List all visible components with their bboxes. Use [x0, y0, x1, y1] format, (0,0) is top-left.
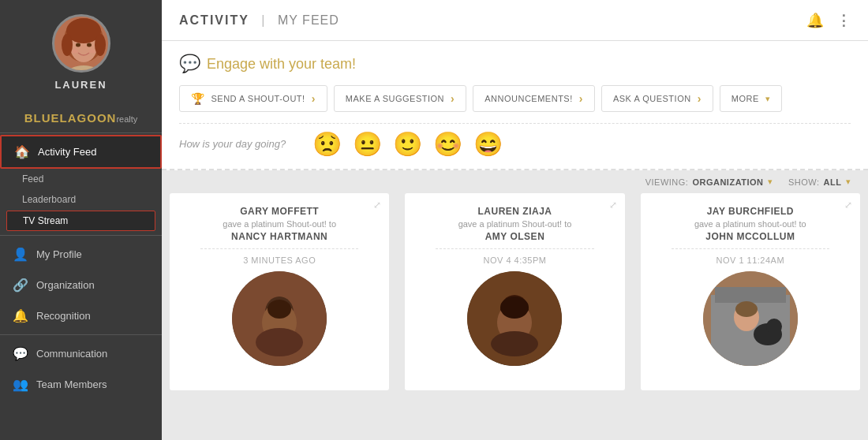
- svg-point-3: [62, 34, 73, 56]
- sidebar-item-organization[interactable]: 🔗 Organization: [0, 270, 162, 300]
- mood-row: How is your day going? 😟 😐 🙂 😊 😄: [179, 123, 851, 161]
- chevron-icon-suggestion: ›: [451, 92, 455, 105]
- topbar-title: ACTIVITY | MY FEED: [179, 13, 339, 28]
- svg-point-26: [766, 319, 782, 334]
- dropdown-icon: ▾: [765, 94, 771, 104]
- card-photo-gary: [232, 271, 327, 366]
- mood-okay[interactable]: 🙂: [393, 130, 422, 158]
- more-options-icon[interactable]: ⋮: [836, 12, 851, 29]
- notification-bell-icon[interactable]: 🔔: [806, 12, 824, 29]
- show-value: ALL: [824, 177, 842, 187]
- viewing-control[interactable]: VIEWING: ORGANIZATION ▾: [645, 177, 773, 187]
- title-activity: ACTIVITY: [179, 13, 249, 27]
- svg-point-6: [87, 43, 92, 47]
- logo-section: BLUE LAGOON realty: [0, 108, 162, 133]
- sidebar-item-activity-feed[interactable]: 🏠 Activity Feed: [0, 135, 162, 169]
- avatar: [52, 14, 110, 73]
- recognition-icon: 🔔: [13, 308, 28, 323]
- activity-area: 💬 Engage with your team! 🏆 SEND A SHOUT-…: [162, 41, 868, 170]
- sidebar-item-label: Team Members: [36, 378, 107, 390]
- expand-icon-gary[interactable]: ⤢: [373, 199, 381, 211]
- card-time-jay: NOV 1 11:24AM: [716, 255, 785, 265]
- expand-icon-jay[interactable]: ⤢: [844, 199, 852, 211]
- svg-point-14: [256, 328, 303, 356]
- svg-point-9: [66, 65, 101, 73]
- viewing-label: VIEWING:: [645, 177, 689, 187]
- card-recipient-jay: JOHN MCCOLLUM: [705, 231, 795, 242]
- sidebar-item-communication[interactable]: 💬 Communication: [0, 338, 162, 369]
- home-icon: 🏠: [14, 144, 30, 159]
- card-person-lauren: LAUREN ZIAJA: [477, 206, 552, 217]
- svg-point-13: [268, 300, 291, 319]
- main-content: ACTIVITY | MY FEED 🔔 ⋮ 💬 Engage with you…: [162, 0, 868, 440]
- sidebar-sub-feed[interactable]: Feed: [0, 169, 162, 189]
- mood-neutral[interactable]: 😐: [353, 130, 382, 158]
- svg-point-19: [491, 331, 538, 356]
- title-feed: MY FEED: [278, 13, 339, 27]
- org-icon: 🔗: [13, 278, 28, 293]
- sidebar-item-recognition[interactable]: 🔔 Recognition: [0, 300, 162, 331]
- svg-point-8: [89, 50, 95, 54]
- topbar-icons: 🔔 ⋮: [806, 12, 851, 29]
- card-action-lauren: gave a platinum Shout-out! to: [458, 219, 572, 229]
- more-button[interactable]: MORE ▾: [720, 85, 783, 112]
- sidebar-sub-tv-stream[interactable]: TV Stream: [6, 211, 155, 231]
- feed-controls: VIEWING: ORGANIZATION ▾ SHOW: ALL ▾: [162, 170, 868, 193]
- chevron-icon-question: ›: [698, 92, 702, 105]
- logo-lagoon: LAGOON: [60, 111, 117, 125]
- mood-very-happy[interactable]: 😄: [473, 130, 503, 158]
- nav-divider-1: [0, 235, 162, 236]
- announcement-button[interactable]: ANNOUNCEMENTS! ›: [473, 85, 595, 112]
- show-label: SHOW:: [788, 177, 820, 187]
- card-time-lauren: NOV 4 4:35PM: [484, 255, 547, 265]
- expand-icon-lauren[interactable]: ⤢: [609, 199, 617, 211]
- nav-divider-2: [0, 334, 162, 335]
- chevron-icon-announcement: ›: [579, 92, 583, 105]
- mood-sad[interactable]: 😟: [312, 130, 342, 158]
- card-divider-jay: [672, 248, 829, 249]
- sidebar-item-label: Communication: [36, 348, 107, 360]
- sidebar-item-label: Activity Feed: [38, 146, 96, 158]
- mood-happy[interactable]: 😊: [433, 130, 462, 158]
- svg-point-4: [95, 34, 106, 56]
- title-separator: |: [261, 13, 270, 27]
- sidebar-item-my-profile[interactable]: 👤 My Profile: [0, 239, 162, 270]
- chat-bubble-icon: 💬: [179, 54, 200, 74]
- suggestion-button[interactable]: MAKE A SUGGESTION ›: [334, 85, 466, 112]
- card-person-jay: JAY BURCHFIELD: [707, 206, 794, 217]
- svg-point-5: [76, 43, 80, 47]
- card-recipient-gary: NANCY HARTMANN: [231, 231, 327, 242]
- card-divider-lauren: [436, 248, 593, 249]
- action-buttons: 🏆 SEND A SHOUT-OUT! › MAKE A SUGGESTION …: [179, 85, 851, 112]
- feed-card-jay: ⤢ JAY BURCHFIELD gave a platinum shout-o…: [641, 193, 860, 390]
- logo-realty: realty: [116, 114, 137, 124]
- card-divider-gary: [200, 248, 358, 249]
- show-chevron: ▾: [846, 177, 851, 187]
- show-control[interactable]: SHOW: ALL ▾: [788, 177, 851, 187]
- shoutout-icon: 🏆: [191, 92, 205, 105]
- sidebar-item-label: My Profile: [36, 248, 82, 260]
- nav-sub-items: Feed Leaderboard TV Stream: [0, 169, 162, 232]
- profile-icon: 👤: [13, 247, 28, 262]
- svg-point-18: [500, 296, 529, 319]
- card-action-gary: gave a platinum Shout-out! to: [223, 219, 336, 229]
- feed-card-lauren: ⤢ LAUREN ZIAJA gave a platinum Shout-out…: [405, 193, 624, 390]
- card-action-jay: gave a platinum shout-out! to: [694, 219, 806, 229]
- mood-label: How is your day going?: [179, 138, 301, 150]
- svg-rect-22: [715, 287, 786, 303]
- avatar-section: LAUREN: [0, 0, 162, 108]
- communication-icon: 💬: [13, 346, 28, 361]
- sidebar-sub-leaderboard[interactable]: Leaderboard: [0, 189, 162, 210]
- chevron-icon-shoutout: ›: [312, 92, 316, 105]
- sidebar-item-team-members[interactable]: 👥 Team Members: [0, 369, 162, 400]
- svg-point-24: [735, 301, 758, 317]
- question-button[interactable]: ASK A QUESTION ›: [601, 85, 713, 112]
- card-recipient-lauren: AMY OLSEN: [485, 231, 545, 242]
- svg-point-7: [72, 50, 78, 54]
- viewing-value: ORGANIZATION: [692, 177, 763, 187]
- sidebar: LAUREN BLUE LAGOON realty 🏠 Activity Fee…: [0, 0, 162, 440]
- shoutout-button[interactable]: 🏆 SEND A SHOUT-OUT! ›: [179, 85, 327, 112]
- topbar: ACTIVITY | MY FEED 🔔 ⋮: [162, 0, 868, 41]
- card-photo-lauren: [467, 271, 562, 366]
- card-time-gary: 3 MINUTES AGO: [243, 255, 316, 265]
